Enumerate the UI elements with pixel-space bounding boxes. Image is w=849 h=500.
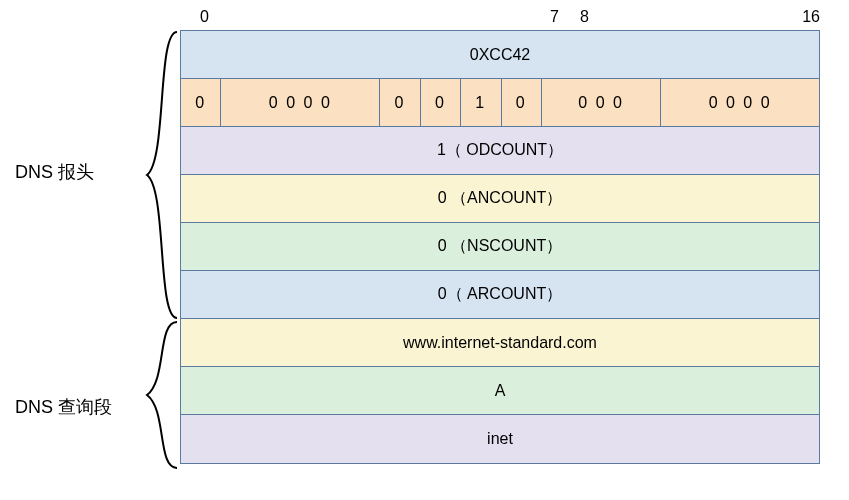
arcount-value: 0（ ARCOUNT） xyxy=(438,284,562,305)
row-ancount: 0 （ANCOUNT） xyxy=(181,175,819,223)
qdcount-value: 1（ ODCOUNT） xyxy=(437,140,563,161)
ruler-tick-0: 0 xyxy=(200,8,209,26)
flag-tc: 0 xyxy=(421,79,461,126)
qname-value: www.internet-standard.com xyxy=(403,334,597,352)
flag-rcode: 0 0 0 0 xyxy=(661,79,819,126)
brace-query-icon xyxy=(145,320,185,470)
qtype-value: A xyxy=(495,382,506,400)
section-labels: DNS 报头 DNS 查询段 xyxy=(5,0,160,500)
row-qclass: inet xyxy=(181,415,819,463)
ruler-tick-8: 8 xyxy=(580,8,589,26)
diagram-root: DNS 报头 DNS 查询段 0 7 8 16 0XCC42 0 0 0 0 0… xyxy=(0,0,849,500)
packet-table: 0XCC42 0 0 0 0 0 0 0 1 0 0 0 0 0 0 0 0 1… xyxy=(180,30,820,464)
qclass-value: inet xyxy=(487,430,513,448)
flag-rd: 1 xyxy=(461,79,501,126)
flag-opcode: 0 0 0 0 xyxy=(221,79,380,126)
ruler-tick-7: 7 xyxy=(550,8,559,26)
query-section-label: DNS 查询段 xyxy=(15,395,112,419)
ruler-tick-16: 16 xyxy=(802,8,820,26)
header-section-label: DNS 报头 xyxy=(15,160,94,184)
row-arcount: 0（ ARCOUNT） xyxy=(181,271,819,319)
id-value: 0XCC42 xyxy=(470,46,530,64)
row-qname: www.internet-standard.com xyxy=(181,319,819,367)
brace-header-icon xyxy=(145,30,185,320)
row-qtype: A xyxy=(181,367,819,415)
row-qdcount: 1（ ODCOUNT） xyxy=(181,127,819,175)
row-nscount: 0 （NSCOUNT） xyxy=(181,223,819,271)
row-id: 0XCC42 xyxy=(181,31,819,79)
ancount-value: 0 （ANCOUNT） xyxy=(438,188,562,209)
flag-ra: 0 xyxy=(502,79,542,126)
flag-qr: 0 xyxy=(181,79,221,126)
row-flags: 0 0 0 0 0 0 0 1 0 0 0 0 0 0 0 0 xyxy=(181,79,819,127)
flag-z: 0 0 0 xyxy=(542,79,661,126)
flag-aa: 0 xyxy=(380,79,420,126)
nscount-value: 0 （NSCOUNT） xyxy=(438,236,562,257)
